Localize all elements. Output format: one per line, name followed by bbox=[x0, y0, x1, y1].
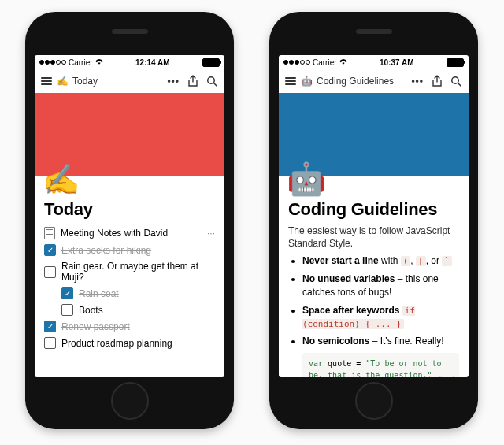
bullet-list: Never start a line with (, [, or ` No un… bbox=[288, 254, 459, 348]
home-button[interactable] bbox=[111, 382, 149, 420]
breadcrumb[interactable]: 🤖 Coding Guidelines bbox=[301, 76, 411, 87]
page-icon bbox=[44, 227, 55, 239]
page-title[interactable]: Today bbox=[44, 199, 215, 220]
code-lang-label[interactable]: JavaScript bbox=[428, 374, 454, 377]
wifi-icon bbox=[339, 59, 347, 65]
phone-speaker bbox=[112, 29, 148, 34]
status-bar: Carrier 10:37 AM bbox=[279, 55, 469, 69]
share-icon[interactable] bbox=[432, 75, 443, 87]
item-text: Extra socks for hiking bbox=[61, 245, 215, 256]
item-text: Boots bbox=[79, 305, 215, 316]
item-text: Renew passport bbox=[61, 321, 215, 332]
list-item[interactable]: ✓ Renew passport bbox=[44, 318, 215, 335]
nav-bar: 🤖 Coding Guidelines ••• bbox=[279, 69, 469, 93]
page-icon[interactable]: 🤖 bbox=[287, 163, 326, 195]
nav-title-label: Coding Guidelines bbox=[317, 76, 394, 87]
hamburger-icon[interactable] bbox=[285, 77, 296, 85]
code-inline: ( bbox=[401, 256, 411, 266]
checkbox-checked-icon[interactable]: ✓ bbox=[44, 321, 56, 332]
hamburger-icon[interactable] bbox=[41, 77, 52, 85]
list-item[interactable]: Never start a line with (, [, or ` bbox=[302, 254, 459, 268]
home-button[interactable] bbox=[355, 382, 393, 420]
bullet-bold: Never start a line bbox=[302, 255, 379, 266]
status-bar: Carrier 12:14 AM bbox=[35, 55, 224, 69]
list-item[interactable]: No semicolons – It's fine. Really! bbox=[302, 335, 459, 348]
carrier-label: Carrier bbox=[69, 58, 93, 67]
checkbox-checked-icon[interactable]: ✓ bbox=[61, 287, 73, 299]
screen-left: Carrier 12:14 AM ✍️ Today ••• bbox=[35, 55, 224, 377]
list-item[interactable]: Product roadmap planning bbox=[44, 335, 215, 351]
list-item[interactable]: ✓ Extra socks for hiking bbox=[44, 242, 215, 258]
bullet-bold: Space after keywords bbox=[302, 305, 399, 316]
code-inline: [ bbox=[416, 256, 426, 266]
item-text: Meeting Notes with David bbox=[61, 228, 202, 239]
code-ident: quote bbox=[328, 359, 351, 368]
signal-dots-icon bbox=[284, 60, 310, 65]
page-body: Coding Guidelines The easiest way is to … bbox=[279, 176, 469, 377]
item-text: Product roadmap planning bbox=[61, 338, 215, 349]
breadcrumb[interactable]: ✍️ Today bbox=[57, 76, 167, 87]
code-keyword: var bbox=[309, 359, 323, 368]
page-emoji-icon: 🤖 bbox=[301, 76, 313, 87]
checkbox-icon[interactable] bbox=[61, 304, 73, 316]
list-item[interactable]: Boots bbox=[44, 302, 215, 318]
battery-icon bbox=[447, 58, 464, 67]
clock-label: 10:37 AM bbox=[380, 58, 414, 67]
phone-frame-right: Carrier 10:37 AM 🤖 Coding Guidelines ••• bbox=[269, 12, 478, 429]
list-item[interactable]: No unused variables – this one catches t… bbox=[302, 273, 459, 300]
item-more-icon[interactable]: ··· bbox=[207, 228, 215, 239]
svg-line-1 bbox=[214, 83, 217, 86]
page-title[interactable]: Coding Guidelines bbox=[288, 199, 459, 220]
search-icon[interactable] bbox=[450, 76, 462, 87]
code-inline: ` bbox=[442, 256, 452, 266]
page-cover[interactable]: 🤖 bbox=[279, 93, 469, 176]
list-item[interactable]: Space after keywords if (condition) { ..… bbox=[302, 304, 459, 332]
code-block[interactable]: var quote = "To be or not to be, that is… bbox=[302, 353, 459, 377]
phone-speaker bbox=[356, 29, 392, 34]
list-item[interactable]: Meeting Notes with David ··· bbox=[44, 224, 215, 242]
phone-frame-left: Carrier 12:14 AM ✍️ Today ••• bbox=[25, 12, 234, 429]
checkbox-icon[interactable] bbox=[44, 266, 56, 278]
bullet-bold: No semicolons bbox=[302, 336, 369, 347]
page-cover[interactable]: ✍️ bbox=[35, 93, 224, 176]
list-item[interactable]: Rain gear. Or maybe get them at Muji? bbox=[44, 258, 215, 285]
item-text: Rain gear. Or maybe get them at Muji? bbox=[61, 261, 215, 283]
list-item[interactable]: ✓ Rain coat bbox=[44, 285, 215, 302]
page-icon[interactable]: ✍️ bbox=[43, 165, 80, 195]
wifi-icon bbox=[95, 59, 103, 65]
svg-line-3 bbox=[458, 83, 461, 86]
screen-right: Carrier 10:37 AM 🤖 Coding Guidelines ••• bbox=[279, 55, 469, 377]
more-icon[interactable]: ••• bbox=[411, 76, 424, 87]
more-icon[interactable]: ••• bbox=[167, 76, 180, 87]
nav-title-label: Today bbox=[72, 76, 98, 87]
clock-label: 12:14 AM bbox=[135, 58, 170, 67]
item-text: Rain coat bbox=[79, 288, 215, 299]
checkbox-checked-icon[interactable]: ✓ bbox=[44, 244, 56, 256]
intro-text[interactable]: The easiest way is to follow JavaScript … bbox=[288, 224, 459, 250]
share-icon[interactable] bbox=[187, 75, 198, 87]
nav-bar: ✍️ Today ••• bbox=[35, 69, 224, 93]
search-icon[interactable] bbox=[206, 76, 218, 87]
bullet-bold: No unused variables bbox=[302, 273, 395, 284]
signal-dots-icon bbox=[39, 60, 66, 65]
page-body: Today Meeting Notes with David ··· ✓ Ext… bbox=[35, 176, 224, 356]
page-emoji-icon: ✍️ bbox=[57, 76, 69, 87]
carrier-label: Carrier bbox=[313, 58, 337, 67]
checkbox-icon[interactable] bbox=[44, 337, 56, 349]
battery-icon bbox=[202, 58, 220, 67]
